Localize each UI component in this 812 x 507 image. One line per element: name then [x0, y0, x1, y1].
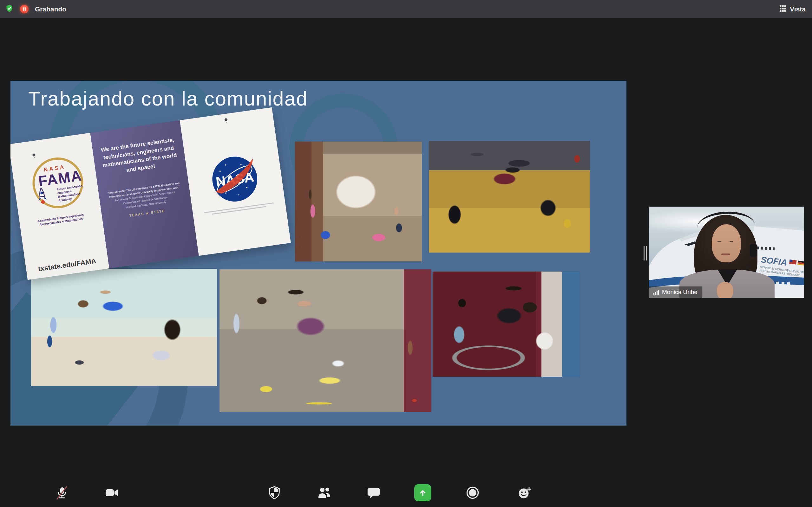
video-button[interactable]: [101, 483, 122, 503]
share-screen-icon: [414, 484, 432, 501]
banner-panel-message: We are the future scientists, technician…: [90, 120, 199, 268]
meeting-top-bar: Grabando Vista: [0, 0, 812, 18]
photo-children-table-goggles: [219, 269, 432, 412]
gallery-grid-icon: [779, 5, 786, 14]
encryption-shield-icon[interactable]: [5, 4, 14, 14]
participant-name-tag: Monica Uribe: [649, 286, 702, 298]
participant-name: Monica Uribe: [662, 289, 698, 296]
reactions-button[interactable]: [514, 483, 535, 503]
fama-url: txstate.edu/FAMA: [38, 257, 97, 273]
chat-button[interactable]: [363, 483, 384, 503]
photo-boys-tube-lockers: [433, 272, 580, 377]
video-panel-drag-handle[interactable]: [644, 246, 647, 261]
pushpin-icon: [224, 118, 228, 121]
shared-screen-slide: Trabajando con la comunidad NASA FAMA Fu…: [10, 81, 626, 426]
record-button[interactable]: [462, 483, 483, 503]
microphone-muted-icon: [54, 485, 69, 500]
fama-logo: NASA FAMA Future Aerospace-engineers Mat…: [22, 152, 90, 219]
photo-children-parachute-activity: [295, 142, 422, 262]
headset-earcup-icon: [750, 244, 757, 257]
nasa-meatball-logo: NASA: [205, 149, 265, 210]
share-screen-button[interactable]: [413, 483, 433, 503]
view-button[interactable]: Vista: [779, 5, 806, 14]
video-camera-icon: [104, 485, 119, 500]
security-button[interactable]: [264, 483, 285, 503]
photo-children-floor-drawing: [31, 269, 217, 386]
recording-indicator-icon[interactable]: [20, 5, 29, 13]
participant-video-tile[interactable]: SOFIA STRATOSPHERIC OBSERVATORY FOR INFR…: [649, 207, 804, 298]
banner-message: We are the future scientists, technician…: [97, 135, 182, 177]
mute-button[interactable]: [52, 483, 72, 503]
participant-face: [712, 224, 741, 262]
security-shield-icon: [267, 486, 282, 500]
photo-students-robotics-build: [429, 141, 590, 252]
view-label: Vista: [790, 5, 806, 13]
signal-bars-icon: [653, 290, 659, 295]
texas-state-wordmark: TEXAS ★ STATE: [129, 209, 165, 218]
nasa-fama-banner: NASA FAMA Future Aerospace-engineers Mat…: [10, 107, 291, 280]
pushpin-icon: [32, 153, 36, 157]
slide-title: Trabajando con la comunidad: [28, 87, 308, 110]
recording-label: Grabando: [35, 5, 66, 13]
reactions-smiley-icon: [517, 485, 532, 500]
record-icon: [465, 485, 480, 500]
participants-icon: [316, 485, 332, 500]
banner-panel-nasa: NASA: [180, 107, 291, 256]
participants-button[interactable]: [314, 483, 334, 503]
chat-icon: [366, 486, 381, 500]
participant-hand: [717, 282, 733, 298]
